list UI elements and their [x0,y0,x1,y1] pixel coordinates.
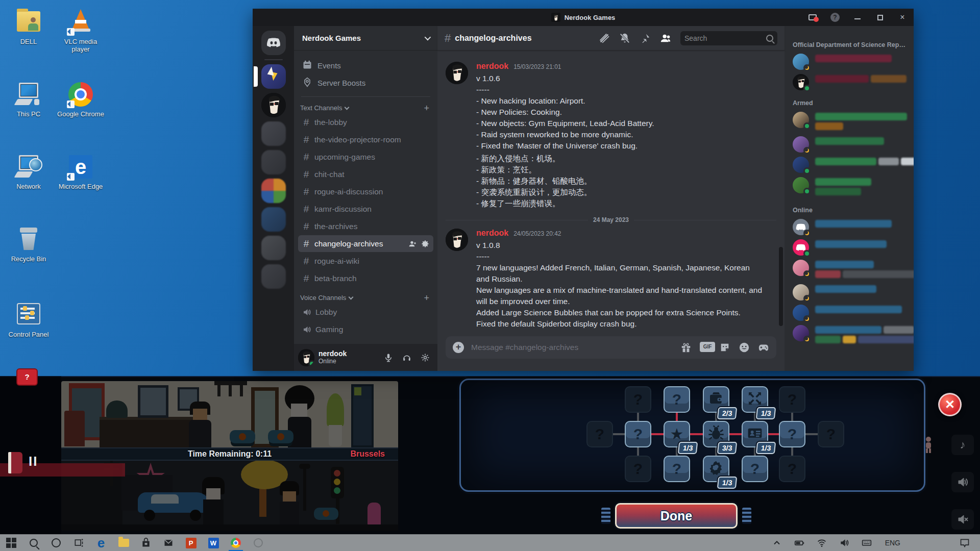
skill-node-unknown[interactable]: ? [779,456,805,482]
discord-titlebar[interactable]: Nerdook Games ? × [253,9,914,26]
channel-rogue-ai-discussion[interactable]: #rogue-ai-discussion [298,183,433,200]
skill-node-unknown[interactable]: ? [625,456,651,482]
desktop-icon-dell[interactable]: DELL [4,8,53,45]
mail-icon[interactable] [157,535,180,551]
desktop-icon-network[interactable]: Network [4,153,53,190]
user-settings-button[interactable] [417,349,433,366]
skill-node-idcard[interactable]: 1/3 [742,421,768,447]
channel-chit-chat[interactable]: #chit-chat [298,166,433,183]
channel-upcoming-games[interactable]: #upcoming-games [298,148,433,165]
text-channels-header[interactable]: Text Channels + [300,104,431,112]
task-view-button[interactable] [67,535,90,551]
pinned-messages-button[interactable] [640,33,651,44]
avatar[interactable] [446,62,468,84]
voice-channels-header[interactable]: Voice Channels + [300,294,431,302]
headphones-button[interactable] [399,349,415,366]
mic-button[interactable] [380,349,397,366]
gif-button[interactable]: GIF [700,342,711,353]
game-taskbar-icon[interactable] [247,535,270,551]
skill-node-bug[interactable]: 3/3 [703,421,729,447]
skill-node-wallet[interactable]: 2/3 [703,386,729,413]
desktop-icon-vlc-media-player[interactable]: VLC media player [56,8,105,53]
desktop-icon-this-pc[interactable]: This PC [4,81,53,118]
channel-rogue-ai-wiki[interactable]: #rogue-ai-wiki [298,253,433,269]
store-icon[interactable] [135,535,157,551]
gift-button[interactable] [680,342,692,353]
server-icon[interactable] [261,121,286,146]
message-input[interactable]: + Message #changelog-archives GIF [446,336,776,359]
done-button[interactable]: Done [615,503,738,529]
skill-node-unknown[interactable]: ? [664,456,690,482]
user-avatar[interactable] [298,349,314,366]
skill-node-unknown[interactable]: ? [742,456,768,482]
member-row[interactable] [793,217,910,237]
pause-button[interactable]: II [29,454,38,469]
member-row[interactable] [793,237,910,258]
game-help-chip[interactable]: ? [17,369,37,385]
server-icon[interactable] [261,264,286,289]
word-icon[interactable]: W [202,535,225,551]
member-row[interactable] [793,323,910,347]
chat-scrollbar[interactable] [779,247,783,326]
member-list-toggle-button[interactable] [660,33,671,44]
server-icon[interactable] [261,207,286,232]
member-row[interactable] [793,110,910,134]
channel-the-video-projector-room[interactable]: #the-video-projector-room [298,131,433,148]
skill-node-unknown[interactable]: ? [625,421,651,447]
skill-node-unknown[interactable]: ? [625,386,651,413]
skill-node-unknown[interactable]: ? [779,421,805,447]
keyboard-icon[interactable] [855,535,878,551]
skill-node-star[interactable]: ★1/3 [664,421,690,447]
member-row[interactable] [793,175,910,199]
user-info[interactable]: nerdook Online [318,350,347,365]
sound-muted-button[interactable] [951,509,974,530]
volume-icon[interactable] [833,535,855,551]
member-row[interactable] [793,134,910,155]
avatar[interactable] [446,229,468,251]
tray-expand-icon[interactable] [766,535,788,551]
battery-icon[interactable] [788,535,811,551]
server-icon-avatar[interactable] [261,93,286,117]
taskbar-search-button[interactable] [22,535,45,551]
nav-item-server-boosts[interactable]: Server Boosts [298,74,433,91]
chrome-taskbar-icon[interactable] [225,535,247,551]
voice-channel-lobby[interactable]: Lobby [298,304,433,320]
activities-button[interactable] [758,342,769,353]
wifi-icon[interactable] [811,535,833,551]
server-icon[interactable] [261,236,286,260]
discord-home-button[interactable] [261,31,286,55]
desktop-icon-recycle-bin[interactable]: Recycle Bin [4,226,53,263]
powerpoint-icon[interactable]: P [180,535,202,551]
start-button[interactable] [0,535,22,551]
channel-changelog-archives[interactable]: #changelog-archives [298,235,433,252]
cortana-button[interactable] [45,535,67,551]
desktop-icon-google-chrome[interactable]: Google Chrome [56,81,105,118]
journal-icon[interactable] [8,452,22,473]
language-indicator[interactable]: ENG [878,539,908,547]
notifications-off-button[interactable] [619,33,630,44]
skill-node-unknown[interactable]: ? [818,421,844,447]
inbox-button[interactable] [801,9,824,26]
attach-button[interactable]: + [453,342,464,353]
skill-node-gear-brain[interactable]: 1/3 [703,456,729,482]
skill-node-unknown[interactable]: ? [779,386,805,413]
member-row[interactable] [793,303,910,323]
edge-taskbar-icon[interactable]: e [90,535,112,551]
member-row[interactable] [793,258,910,282]
desktop-icon-microsoft-edge[interactable]: eMicrosoft Edge [56,153,105,190]
maximize-button[interactable] [869,9,891,26]
message-author[interactable]: nerdook [476,62,508,71]
member-row[interactable] [793,72,910,92]
channel-the-archives[interactable]: #the-archives [298,218,433,235]
sound-on-button[interactable] [951,472,974,492]
close-window-button[interactable]: × [891,9,914,26]
threads-button[interactable] [599,33,610,44]
add-channel-button[interactable]: + [424,105,431,112]
server-icon-nerdook-games[interactable] [261,64,286,89]
member-row[interactable] [793,155,910,175]
add-voice-channel-button[interactable]: + [424,294,431,302]
server-icon[interactable] [261,179,286,203]
sticker-button[interactable] [719,342,730,353]
file-explorer-icon[interactable] [112,535,135,551]
emoji-button[interactable] [739,342,750,353]
